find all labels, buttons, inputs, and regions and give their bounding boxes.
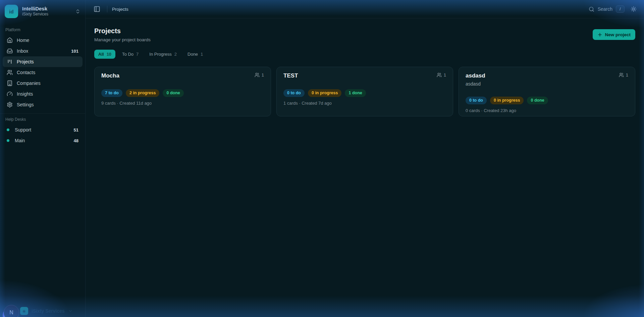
sidebar-item-projects[interactable]: Projects xyxy=(3,56,83,67)
footer-workspace-switcher[interactable]: ◉ iSixty Services xyxy=(20,307,73,315)
sidebar-item-label: Home xyxy=(17,38,29,43)
chevron-down-icon xyxy=(68,309,73,313)
plus-icon xyxy=(597,32,602,37)
todo-badge: 0 to do xyxy=(466,97,487,104)
sidebar-item-main[interactable]: Main 48 xyxy=(3,135,83,146)
chevrons-up-down-icon xyxy=(75,9,80,14)
project-meta: 0 cards · Created 23h ago xyxy=(466,108,628,113)
search-shortcut-key: / xyxy=(616,5,625,13)
sidebar-item-settings[interactable]: Settings xyxy=(3,99,83,110)
in-progress-badge: 2 in progress xyxy=(126,89,160,97)
project-card-test[interactable]: TEST 1 0 to do 0 in progress 1 done xyxy=(276,67,453,116)
sidebar-item-label: Support xyxy=(15,127,31,133)
footer-workspace-name: iSixty Services xyxy=(32,308,65,314)
user-avatar[interactable]: N xyxy=(4,305,19,317)
todo-badge: 7 to do xyxy=(101,89,122,97)
todo-badge: 0 to do xyxy=(283,89,305,97)
sidebar-item-label: Settings xyxy=(17,102,34,107)
tab-in-progress[interactable]: In Progress 2 xyxy=(145,50,181,59)
status-badges: 0 to do 0 in progress 0 done xyxy=(466,97,628,104)
users-icon xyxy=(437,72,442,77)
main-count-badge: 48 xyxy=(74,138,78,143)
project-title: Mocha xyxy=(101,72,119,79)
search-label: Search xyxy=(598,6,612,12)
topbar: Projects Search / xyxy=(86,0,644,18)
card-header: Mocha 1 xyxy=(101,72,264,79)
users-icon xyxy=(7,69,13,75)
helpdesk-dot-icon xyxy=(7,139,9,142)
sidebar-item-label: Companies xyxy=(17,81,41,86)
card-header: asdasd 1 xyxy=(466,72,628,79)
tab-to-do[interactable]: To Do 7 xyxy=(118,50,143,59)
sidebar-item-label: Contacts xyxy=(17,70,35,75)
sidebar: id IntelliDesk iSixty Services Platform … xyxy=(0,0,86,317)
sidebar-item-label: Main xyxy=(15,138,25,143)
project-members: 1 xyxy=(619,72,628,77)
new-project-label: New project xyxy=(605,32,631,37)
new-project-button[interactable]: New project xyxy=(593,29,635,40)
project-title: asdasd xyxy=(466,72,485,79)
topbar-actions: Search / xyxy=(589,5,637,13)
sidebar-footer: N ◉ iSixty Services xyxy=(0,296,85,317)
sidebar-item-label: Inbox xyxy=(17,48,28,54)
building-icon xyxy=(7,80,13,86)
done-badge: 0 done xyxy=(163,89,183,97)
house-icon xyxy=(7,37,13,43)
workspace-mini-logo-icon: ◉ xyxy=(20,307,28,315)
tab-count: 2 xyxy=(174,52,177,57)
search-button[interactable]: Search / xyxy=(589,5,625,13)
project-card-asdasd[interactable]: asdasd 1 asdasd 0 to do 0 in progress 0 … xyxy=(459,67,635,116)
section-label-help-desks: Help Desks xyxy=(0,114,85,124)
tab-label: All xyxy=(98,52,104,57)
tab-all[interactable]: All 10 xyxy=(94,50,115,59)
users-icon xyxy=(255,72,260,77)
member-count: 1 xyxy=(444,72,446,77)
project-title: TEST xyxy=(283,72,298,79)
theme-toggle-button[interactable] xyxy=(631,6,637,12)
project-members: 1 xyxy=(437,72,446,77)
sidebar-item-contacts[interactable]: Contacts xyxy=(3,67,83,78)
tab-count: 7 xyxy=(136,52,139,57)
sidebar-item-label: Projects xyxy=(17,59,34,64)
main-area: Projects Search / Projects Manage your p… xyxy=(86,0,644,317)
org-name: iSixty Services xyxy=(22,12,71,17)
project-meta: 9 cards · Created 11d ago xyxy=(101,101,264,106)
kanban-icon xyxy=(7,59,13,65)
support-count-badge: 51 xyxy=(74,127,78,133)
breadcrumb: Projects xyxy=(112,7,128,12)
status-badges: 0 to do 0 in progress 1 done xyxy=(283,89,446,97)
sidebar-item-insights[interactable]: Insights xyxy=(3,89,83,99)
section-label-platform: Platform xyxy=(0,25,85,35)
filter-tabs: All 10 To Do 7 In Progress 2 Done 1 xyxy=(94,50,635,59)
done-badge: 1 done xyxy=(345,89,366,97)
page-header-text: Projects Manage your project boards xyxy=(94,27,151,42)
app-logo: id xyxy=(5,5,18,18)
tab-count: 1 xyxy=(201,52,203,57)
sidebar-toggle-button[interactable] xyxy=(92,4,102,14)
project-card-mocha[interactable]: Mocha 1 7 to do 2 in progress 0 done xyxy=(94,67,271,116)
tab-done[interactable]: Done 1 xyxy=(183,50,207,59)
sidebar-item-home[interactable]: Home xyxy=(3,35,83,46)
workspace-text: IntelliDesk iSixty Services xyxy=(22,6,71,17)
sidebar-item-inbox[interactable]: Inbox 101 xyxy=(3,46,83,56)
sidebar-item-support[interactable]: Support 51 xyxy=(3,124,83,135)
sidebar-nav: Platform Home Inbox 101 Projects xyxy=(0,22,85,146)
tab-label: To Do xyxy=(122,52,133,57)
content: Projects Manage your project boards New … xyxy=(86,18,644,317)
card-header: TEST 1 xyxy=(283,72,446,79)
helpdesk-dot-icon xyxy=(7,128,9,131)
gear-icon xyxy=(7,102,13,108)
users-icon xyxy=(619,72,624,77)
page-header: Projects Manage your project boards New … xyxy=(94,27,635,42)
project-members: 1 xyxy=(255,72,264,77)
inbox-icon xyxy=(7,48,13,54)
gauge-icon xyxy=(7,91,13,97)
sidebar-divider xyxy=(0,113,85,114)
in-progress-badge: 0 in progress xyxy=(490,97,524,104)
page-subtitle: Manage your project boards xyxy=(94,37,151,42)
sidebar-item-companies[interactable]: Companies xyxy=(3,78,83,89)
project-description: asdasd xyxy=(466,81,628,87)
workspace-switcher[interactable]: id IntelliDesk iSixty Services xyxy=(0,0,85,22)
tab-count: 10 xyxy=(107,52,111,57)
status-badges: 7 to do 2 in progress 0 done xyxy=(101,89,264,97)
